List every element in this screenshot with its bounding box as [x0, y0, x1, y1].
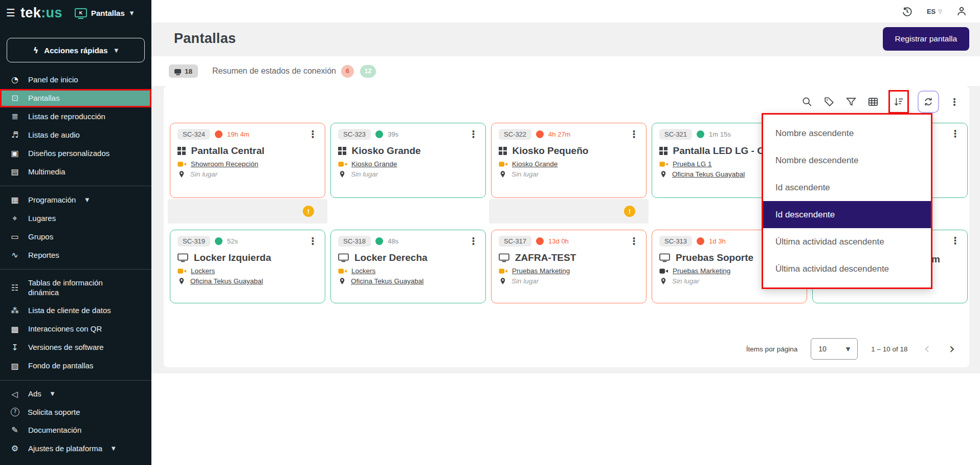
tekus-logo[interactable]: tek:us — [20, 5, 62, 21]
chevron-down-icon: ▼ — [112, 446, 116, 452]
sort-option-nombre-ascendente[interactable]: Nombre ascendente — [763, 120, 931, 147]
location-link[interactable]: Oficina Tekus Guayabal — [190, 277, 263, 285]
location-pin-icon — [499, 277, 507, 285]
status-dot-offline — [536, 237, 544, 245]
sort-option-nombre-descendente[interactable]: Nombre descendente — [763, 147, 931, 174]
table-view-icon[interactable] — [866, 91, 880, 113]
screen-card[interactable]: SC-323 39s ⋮ Kiosko Grande Kiosko Grande… — [330, 123, 486, 198]
playlist-link[interactable]: Kiosko Grande — [351, 160, 397, 168]
location-link[interactable]: Oficina Tekus Guayabal — [351, 277, 424, 285]
education-icon: ✎ — [10, 425, 20, 435]
sidebar-item-disenos-personalizados[interactable]: ▣Diseños personalizados — [0, 144, 151, 163]
sidebar-item-versiones-software[interactable]: ↧Versiones de software — [0, 339, 151, 357]
sort-icon[interactable] — [893, 91, 905, 113]
card-menu-icon[interactable]: ⋮ — [629, 129, 639, 139]
sidebar-item-ajustes-plataforma[interactable]: ⚙Ajustes de plataforma▼ — [0, 439, 151, 458]
playlist-link[interactable]: Kiosko Grande — [512, 160, 558, 168]
camera-icon — [659, 161, 668, 168]
warning-icon[interactable]: ! — [624, 206, 635, 217]
workspace-label: Pantallas — [91, 9, 125, 17]
next-page-icon[interactable]: › — [946, 342, 958, 356]
total-screens-chip[interactable]: 18 — [169, 64, 198, 78]
screen-card[interactable]: SC-324 19h 4m ⋮ Pantalla Central Showroo… — [170, 123, 325, 198]
sort-option-ultima-actividad-descendente[interactable]: Última actividad descendente — [763, 255, 931, 282]
sidebar-item-tablas-informacion-dinamica[interactable]: ☷Tablas de información dinámica — [0, 274, 151, 302]
sidebar-item-solicita-soporte[interactable]: ?Solicita soporte — [0, 404, 151, 422]
card-menu-icon[interactable]: ⋮ — [629, 236, 639, 246]
sidebar-item-listas-de-audio[interactable]: ♬Listas de audio — [0, 126, 151, 144]
sort-menu: Nombre ascendente Nombre descendente Id … — [762, 113, 932, 289]
sidebar-item-panel-de-inicio[interactable]: ◔Panel de inicio — [0, 71, 151, 89]
search-icon[interactable] — [800, 91, 814, 113]
tag-icon[interactable] — [822, 91, 836, 113]
sidebar-item-lugares[interactable]: ⌖Lugares — [0, 209, 151, 228]
page-size-select[interactable]: 10 ▼ — [811, 338, 858, 360]
card-menu-icon[interactable]: ⋮ — [469, 236, 478, 246]
card-menu-icon[interactable]: ⋮ — [308, 129, 318, 139]
sidebar-item-multimedia[interactable]: ▤Multimedia — [0, 163, 151, 181]
sidebar-item-programacion[interactable]: ▦Programación▼ — [0, 191, 151, 209]
screen-icon — [499, 253, 509, 262]
music-icon: ♬ — [10, 130, 20, 140]
monitor-icon — [174, 69, 181, 74]
sidebar-header: ☰ tek:us K Pantallas ▼ — [0, 0, 151, 25]
sidebar-item-documentacion[interactable]: ✎Documentación — [0, 421, 151, 439]
card-menu-icon[interactable]: ⋮ — [950, 129, 960, 139]
screen-name: Locker Izquierda — [194, 252, 271, 263]
sidebar-item-pantallas[interactable]: ⊡Pantallas — [0, 89, 151, 107]
sidebar-item-listas-de-reproduccion[interactable]: ≣Listas de reproducción — [0, 107, 151, 126]
playlist-link[interactable]: Lockers — [191, 267, 215, 275]
screen-icon — [177, 253, 188, 262]
folder-icon: ▭ — [10, 232, 20, 242]
more-vertical-icon[interactable]: ⋮ — [948, 91, 961, 113]
previous-page-icon[interactable]: ‹ — [921, 342, 933, 356]
sort-option-id-descendente[interactable]: Id descendente — [763, 201, 931, 228]
layout-icon: ▣ — [10, 148, 20, 159]
layers-icon: ≣ — [10, 112, 20, 122]
user-account-icon[interactable] — [955, 5, 968, 17]
status-dot-offline — [215, 130, 222, 138]
workspace-selector[interactable]: K Pantallas ▼ — [75, 8, 134, 17]
playlist-link[interactable]: Pruebas Marketing — [512, 267, 570, 275]
sidebar-item-fondo-pantallas[interactable]: ▨Fondo de pantallas — [0, 357, 151, 375]
sort-option-ultima-actividad-ascendente[interactable]: Última actividad ascendente — [763, 228, 931, 255]
quick-actions-button[interactable]: ϟ Acciones rápidas ▼ — [7, 38, 145, 62]
sidebar-item-reportes[interactable]: ∿Reportes — [0, 246, 151, 264]
location-link[interactable]: Oficina Tekus Guayabal — [672, 170, 745, 178]
hamburger-menu-icon[interactable]: ☰ — [6, 7, 15, 19]
filter-icon[interactable] — [844, 91, 858, 113]
warning-icon[interactable]: ! — [303, 206, 314, 217]
location-pin-icon — [499, 170, 507, 178]
last-activity: 1d 3h — [709, 237, 726, 245]
sidebar-item-lista-cliente-datos[interactable]: ⁂Lista de cliente de datos — [0, 302, 151, 320]
card-menu-icon[interactable]: ⋮ — [469, 129, 478, 139]
language-selector[interactable]: ES ▽ — [927, 8, 942, 15]
sidebar-item-ads[interactable]: ◁Ads▼ — [0, 385, 151, 404]
playlist-link[interactable]: Showroom Recepción — [191, 160, 258, 168]
windows-icon — [177, 147, 186, 155]
playlist-link[interactable]: Prueba LG 1 — [673, 160, 712, 168]
page-size-value: 10 — [818, 345, 827, 353]
online-count-badge[interactable]: 12 — [360, 65, 376, 78]
sidebar-divider — [0, 380, 151, 381]
history-icon[interactable] — [901, 5, 914, 17]
playlist-link[interactable]: Lockers — [351, 267, 375, 275]
playlist-link[interactable]: Pruebas Marketing — [673, 267, 730, 275]
offline-count-badge[interactable]: 6 — [341, 65, 354, 78]
screen-card[interactable]: SC-317 13d 0h ⋮ ZAFRA-TEST Pruebas Marke… — [491, 230, 647, 303]
sort-option-id-ascendente[interactable]: Id ascendente — [763, 174, 931, 201]
card-menu-icon[interactable]: ⋮ — [308, 236, 318, 246]
qr-icon: ▩ — [10, 324, 20, 335]
screen-card[interactable]: SC-322 4h 27m ⋮ Kiosko Pequeño Kiosko Gr… — [491, 123, 647, 198]
screen-card[interactable]: SC-318 48s ⋮ Locker Derecha Lockers Ofic… — [330, 230, 486, 303]
sidebar-item-grupos[interactable]: ▭Grupos — [0, 228, 151, 246]
sidebar-item-interacciones-qr[interactable]: ▩Interacciones con QR — [0, 320, 151, 339]
refresh-icon[interactable] — [918, 91, 939, 113]
card-menu-icon[interactable]: ⋮ — [950, 236, 960, 246]
screen-id-chip: SC-322 — [499, 129, 531, 140]
pagination: Ítems por página 10 ▼ 1 – 10 of 18 ‹ › — [746, 338, 958, 360]
screen-card[interactable]: SC-319 52s ⋮ Locker Izquierda Lockers Of… — [170, 230, 325, 303]
card-footer-strip: ! — [489, 199, 649, 224]
register-screen-button[interactable]: Registrar pantalla — [883, 27, 969, 51]
windows-icon — [499, 147, 507, 155]
